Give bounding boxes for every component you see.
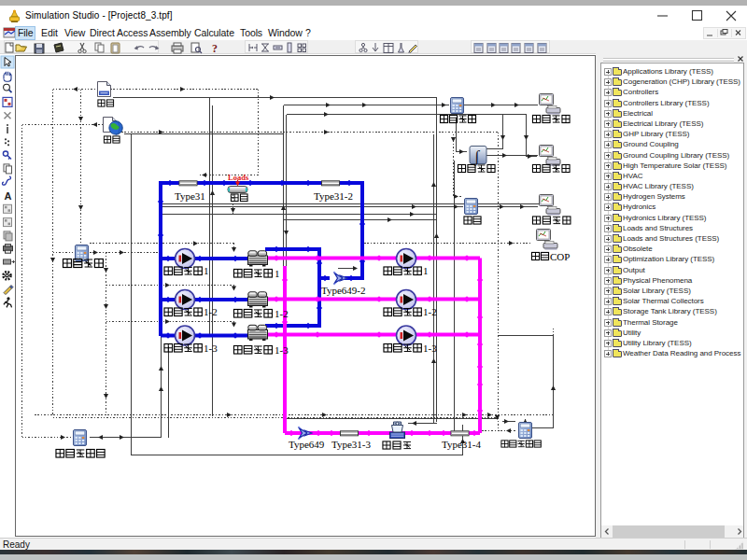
svg-text:1-2: 1-2 <box>204 306 218 317</box>
svg-text:1-3: 1-3 <box>275 344 289 356</box>
svg-text:1-2: 1-2 <box>423 306 437 317</box>
svg-text:Type649-2: Type649-2 <box>321 285 366 296</box>
svg-text:?: ? <box>212 42 218 54</box>
svg-text:Type31: Type31 <box>175 190 205 202</box>
svg-text:Type649: Type649 <box>289 439 325 450</box>
svg-text:1: 1 <box>275 268 280 279</box>
svg-text:1: 1 <box>204 265 209 276</box>
svg-text:Type31-4: Type31-4 <box>442 439 481 450</box>
svg-text:1-3: 1-3 <box>204 343 218 354</box>
svg-text:COP: COP <box>550 251 570 262</box>
svg-text:Loads: Loads <box>228 173 249 182</box>
svg-text:1-3: 1-3 <box>423 343 437 354</box>
svg-text:1-2: 1-2 <box>275 308 289 319</box>
svg-text:1: 1 <box>423 265 429 276</box>
svg-text:A: A <box>5 190 12 202</box>
svg-text:Type31-3: Type31-3 <box>331 439 371 450</box>
svg-text:Type31-2: Type31-2 <box>314 190 353 202</box>
